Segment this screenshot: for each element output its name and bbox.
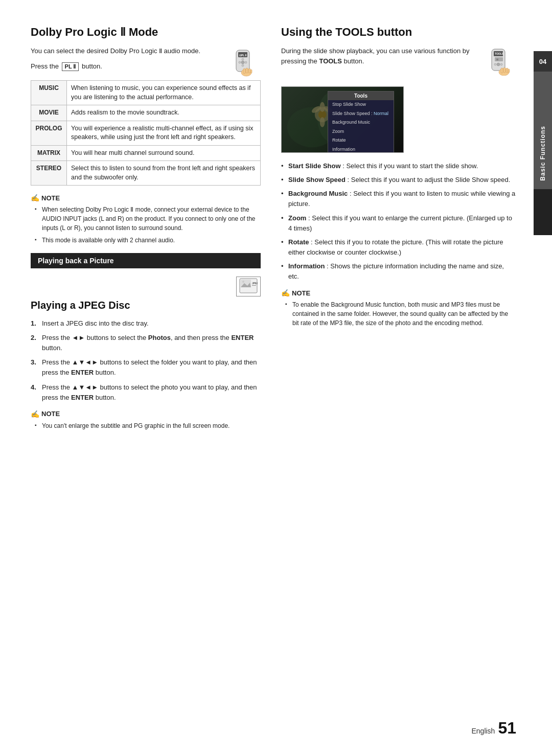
bullet-item: Rotate : Select this if you to rotate th… <box>281 237 516 258</box>
jpeg-section-title: Playing a JPEG Disc <box>31 300 261 311</box>
svg-text:JPEG: JPEG <box>252 282 258 285</box>
page-lang: English <box>471 727 495 735</box>
jpeg-icon-wrap: JPEG <box>31 277 261 296</box>
svg-text:⊡PL II: ⊡PL II <box>239 54 247 57</box>
page-footer: English 51 <box>471 719 516 738</box>
left-column: Dolby Pro Logic Ⅱ Mode ⊡PL II <box>31 26 261 439</box>
note-item: This mode is available only with 2 chann… <box>35 236 261 245</box>
dolby-section-title: Dolby Pro Logic Ⅱ Mode <box>31 26 261 39</box>
svg-text:TOOLS: TOOLS <box>495 52 504 55</box>
table-row: MOVIEAdds realism to the movie soundtrac… <box>31 105 261 121</box>
bullet-label: Slide Show Speed <box>288 176 346 184</box>
svg-rect-30 <box>506 68 508 73</box>
note-icon: ✍ <box>31 194 39 202</box>
tools-menu-item-speed: Slide Show Speed : Normal <box>328 109 394 119</box>
step-item: 3.Press the ▲▼◄► buttons to select the f… <box>31 357 261 378</box>
jpeg-steps-list: 1.Insert a JPEG disc into the disc tray.… <box>31 318 261 403</box>
mode-desc: When listening to music, you can experie… <box>67 81 261 105</box>
step-item: 2.Press the ◄► buttons to select the Pho… <box>31 333 261 353</box>
tools-note-title-text: NOTE <box>292 289 310 297</box>
tools-bullets-list: Start Slide Show : Select this if you wa… <box>281 161 516 282</box>
svg-point-24 <box>497 63 500 66</box>
tools-menu-item-rotate: Rotate <box>328 136 394 145</box>
svg-rect-11 <box>248 68 250 73</box>
note-item: When selecting Dolby Pro Logic Ⅱ mode, c… <box>35 205 261 233</box>
mode-table: MUSICWhen listening to music, you can ex… <box>31 80 261 186</box>
svg-point-4 <box>239 61 241 63</box>
tools-menu-item-zoom: Zoom <box>328 127 394 136</box>
tools-bold-text: TOOLS <box>319 57 342 65</box>
jpeg-note-icon: ✍ <box>31 410 39 418</box>
tools-remote-icon: TOOLS ⊞ <box>481 46 516 77</box>
chapter-title-text: Basic Functions <box>539 126 546 181</box>
svg-point-16 <box>242 281 244 283</box>
mode-desc: Select this to listen to sound from the … <box>67 161 261 186</box>
svg-point-26 <box>500 63 502 65</box>
svg-point-3 <box>241 61 244 64</box>
note-item: You can't enlarge the subtitle and PG gr… <box>35 421 261 430</box>
press-suffix: button. <box>82 62 102 70</box>
bullet-label: Zoom <box>288 214 306 222</box>
svg-point-5 <box>245 61 247 63</box>
mode-label: MATRIX <box>31 145 67 161</box>
right-column: Using the TOOLS button TOOLS ⊞ <box>281 26 516 439</box>
side-tab-dark <box>534 189 552 235</box>
tools-menu-overlay: Tools Stop Slide Show Slide Show Speed :… <box>328 91 394 153</box>
note-item: To enable the Background Music function,… <box>285 300 516 328</box>
bullet-label: Background Music <box>288 190 348 197</box>
step-number: 3. <box>31 357 36 368</box>
mode-desc: You will hear multi channel surround sou… <box>67 145 261 161</box>
press-prefix: Press the <box>31 62 59 70</box>
table-row: MATRIXYou will hear multi channel surrou… <box>31 145 261 161</box>
svg-rect-9 <box>243 68 245 74</box>
svg-point-39 <box>320 117 325 127</box>
pl-button-label: PL Ⅱ <box>62 62 79 71</box>
mode-label: MOVIE <box>31 105 67 121</box>
table-row: STEREOSelect this to listen to sound fro… <box>31 161 261 186</box>
tools-note-list: To enable the Background Music function,… <box>281 300 516 328</box>
svg-point-38 <box>320 102 325 112</box>
page-number: 51 <box>498 719 516 738</box>
step-item: 4.Press the ▲▼◄► buttons to select the p… <box>31 382 261 403</box>
tools-intro-block: TOOLS ⊞ During the <box>281 46 516 79</box>
jpeg-note-title-text: NOTE <box>41 410 60 418</box>
table-row: PROLOGYou will experience a realistic mu… <box>31 121 261 145</box>
dolby-intro-block: ⊡PL II You can s <box>31 46 261 80</box>
tools-note: ✍ NOTE To enable the Background Music fu… <box>281 289 516 328</box>
bullet-item: Start Slide Show : Select this if you wa… <box>281 161 516 171</box>
jpeg-note-list: You can't enlarge the subtitle and PG gr… <box>31 421 261 430</box>
bullet-item: Information : Shows the picture informat… <box>281 261 516 282</box>
pl2-remote-svg: ⊡PL II <box>225 46 261 77</box>
jpeg-note: ✍ NOTE You can't enlarge the subtitle an… <box>31 410 261 430</box>
tools-menu-item-info: Information <box>328 145 394 153</box>
svg-point-6 <box>242 58 244 60</box>
chapter-number: 04 <box>534 51 552 72</box>
tools-screenshot: Tools Stop Slide Show Slide Show Speed :… <box>281 86 404 153</box>
mode-desc: Adds realism to the movie soundtrack. <box>67 105 261 121</box>
svg-rect-28 <box>501 68 503 73</box>
mode-label: STEREO <box>31 161 67 186</box>
tools-note-title: ✍ NOTE <box>281 289 516 297</box>
dolby-note: ✍ NOTE When selecting Dolby Pro Logic Ⅱ … <box>31 194 261 245</box>
step-number: 4. <box>31 382 36 393</box>
bullet-item: Background Music : Select this if you wa… <box>281 189 516 209</box>
jpeg-icon-svg: JPEG <box>239 278 258 293</box>
svg-rect-18 <box>252 285 256 286</box>
tools-intro-text: During the slide show playback, you can … <box>281 46 516 66</box>
page-container: 04 Basic Functions Dolby Pro Logic Ⅱ Mod… <box>0 0 552 756</box>
svg-rect-31 <box>508 69 510 73</box>
tools-section-title: Using the TOOLS button <box>281 26 516 39</box>
pl2-remote-icon: ⊡PL II <box>225 46 261 78</box>
mode-desc: You will experience a realistic multi-ch… <box>67 121 261 145</box>
dolby-note-list: When selecting Dolby Pro Logic Ⅱ mode, c… <box>31 205 261 245</box>
table-row: MUSICWhen listening to music, you can ex… <box>31 81 261 105</box>
step-number: 2. <box>31 333 36 343</box>
bullet-label: Start Slide Show <box>288 162 341 170</box>
playing-back-banner: Playing back a Picture <box>31 253 261 268</box>
jpeg-icon: JPEG <box>236 277 261 296</box>
tools-remote-svg: TOOLS ⊞ <box>481 46 516 76</box>
tools-menu-title: Tools <box>328 91 394 100</box>
jpeg-note-title: ✍ NOTE <box>31 410 261 418</box>
step-number: 1. <box>31 318 36 329</box>
bullet-item: Slide Show Speed : Select this if you wa… <box>281 175 516 185</box>
